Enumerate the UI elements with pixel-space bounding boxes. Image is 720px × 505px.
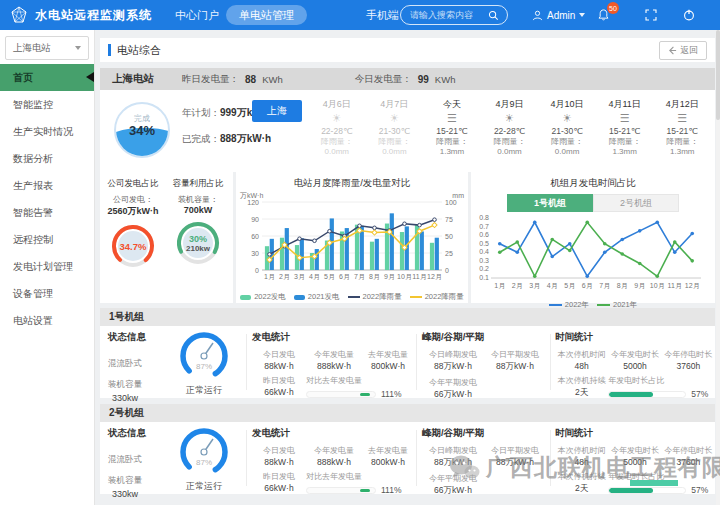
monthly-chart-panel: 电站月度降雨量/发电量对比 万kW·hmm0306090120025507510… (236, 172, 468, 303)
svg-text:8月: 8月 (369, 273, 380, 281)
svg-text:100: 100 (445, 199, 457, 206)
svg-text:60: 60 (251, 233, 259, 240)
tab-unit-2[interactable]: 2号机组 (593, 194, 679, 212)
svg-text:7月: 7月 (354, 273, 365, 281)
search-box[interactable] (400, 5, 508, 25)
svg-text:75: 75 (445, 216, 453, 223)
sidebar-item-label: 数据分析 (13, 152, 53, 166)
svg-text:11月: 11月 (412, 273, 426, 281)
sidebar-item-reports[interactable]: 生产报表 (0, 172, 94, 199)
svg-text:120: 120 (247, 199, 259, 206)
sidebar-item-label: 生产报表 (13, 179, 53, 193)
page-title: 电站综合 (117, 43, 161, 58)
svg-text:8月: 8月 (617, 282, 628, 290)
unit2-generation: 发电统计 今日发电88kW·h 今年发电量888kW·h 去年发电量800kW·… (252, 427, 414, 495)
notification-badge: 50 (607, 2, 619, 14)
user-menu[interactable]: Admin (532, 0, 585, 30)
app-title: 水电站远程监测系统 (35, 7, 152, 24)
fullscreen-icon (645, 9, 657, 21)
search-icon[interactable] (488, 10, 499, 21)
sidebar-item-home[interactable]: 首页 (0, 64, 94, 91)
sidebar-item-plan-management[interactable]: 发电计划管理 (0, 253, 94, 280)
legend-item[interactable]: 2022降雨量 (348, 292, 402, 302)
sun-icon: ☀ (505, 112, 515, 125)
yesterday-value: 88 (245, 74, 256, 85)
gauge-value: 34% (116, 123, 168, 138)
sidebar-item-analysis[interactable]: 数据分析 (0, 145, 94, 172)
station-select[interactable]: 上海电站 (5, 36, 89, 60)
svg-text:3月: 3月 (294, 273, 305, 281)
svg-text:1月: 1月 (264, 273, 275, 281)
overview-panel: 完成 34% 年计划：999万kW·h 已完成：888万kW·h 上海 4月6日… (100, 90, 715, 172)
notifications-button[interactable]: 50 (597, 0, 617, 30)
svg-text:4月: 4月 (547, 282, 558, 290)
logout-icon (683, 9, 695, 21)
unit2-time: 时间统计 本次停机时间48h 今年发电时长5000h 今年停电时长3760h 本… (555, 427, 715, 495)
app-logo-icon (10, 6, 28, 24)
svg-text:0.2: 0.2 (479, 265, 489, 272)
capacity-ratio: 容量利用占比 装机容量： 700kW 30% 210kw (167, 178, 229, 267)
sidebar-item-monitoring[interactable]: 智能监控 (0, 91, 94, 118)
back-label: 返回 (680, 44, 698, 57)
title-accent-bar (108, 44, 111, 56)
yesterday-label: 昨日发电量： (182, 73, 239, 86)
nav-center-portal[interactable]: 中心门户 (175, 0, 219, 30)
weather-day: 4月9日 ☀ 22-28℃ 降雨量：0.0mm (481, 96, 539, 168)
unit1-period: 峰期/谷期/平期 今日峰期发电88万kW·h 今日平期发电88万kW·h 今年平… (422, 331, 548, 401)
weather-day-today: 今天 ☰ 15-21℃ 降雨量：1.3mm (423, 96, 481, 168)
unit1-status: 状态信息 混流卧式 装机容量330kw (108, 331, 166, 403)
today-label: 今日发电量： (355, 73, 412, 86)
sidebar-item-settings[interactable]: 电站设置 (0, 307, 94, 334)
sidebar-item-equipment[interactable]: 设备管理 (0, 280, 94, 307)
unit-chart-title: 机组月发电时间占比 (471, 172, 715, 190)
tab-unit-1[interactable]: 1号机组 (507, 194, 593, 212)
back-button[interactable]: 返回 (659, 41, 707, 60)
haze-icon: ☰ (677, 112, 687, 125)
logout-button[interactable] (683, 0, 695, 30)
svg-text:30: 30 (251, 250, 259, 257)
svg-text:5月: 5月 (564, 282, 575, 290)
svg-text:2月: 2月 (512, 282, 523, 290)
sidebar: 上海电站 首页 智能监控 生产实时情况 数据分析 生产报表 智能告警 远程控制 … (0, 30, 95, 505)
legend-item[interactable]: 2021发电 (294, 292, 340, 302)
sidebar-item-label: 远程控制 (13, 233, 53, 247)
station-stats-bar: 上海电站 昨日发电量： 88 KWh 今日发电量： 99 KWh (100, 68, 715, 90)
user-name: Admin (547, 10, 575, 21)
svg-text:11月: 11月 (668, 282, 682, 290)
completion-liquid-gauge: 完成 34% (114, 102, 170, 158)
legend-item[interactable]: 2022发电 (240, 292, 286, 302)
chevron-down-icon (579, 13, 585, 17)
compare-progress (306, 391, 376, 398)
monthly-combo-chart: 万kW·hmm030609012002550751001月2月3月4月5月6月7… (236, 190, 468, 290)
svg-text:10月: 10月 (650, 282, 665, 290)
cursor-arrow (86, 72, 94, 82)
svg-text:12月: 12月 (685, 282, 700, 290)
sidebar-item-alerts[interactable]: 智能告警 (0, 199, 94, 226)
sun-icon: ☀ (562, 112, 572, 125)
nav-mobile-label[interactable]: 手机端 (366, 0, 399, 30)
svg-text:0.7: 0.7 (479, 223, 489, 230)
chevron-down-icon (75, 46, 81, 50)
company-ratio: 公司发电占比 公司发电： 2560万kW·h 34.7% (102, 178, 164, 270)
compare-progress (306, 487, 376, 494)
weather-day: 4月7日 ☀ 21-30℃ 降雨量：0.0mm (366, 96, 424, 168)
svg-text:0.4: 0.4 (479, 248, 489, 255)
weather-day: 4月11日 ☰ 15-21℃ 降雨量：1.3mm (596, 96, 654, 168)
sidebar-item-realtime[interactable]: 生产实时情况 (0, 118, 94, 145)
search-input[interactable] (410, 10, 488, 20)
legend-item[interactable]: 2022降雨量 (410, 292, 464, 302)
fullscreen-button[interactable] (645, 0, 657, 30)
unit1-header: 1号机组 (100, 308, 715, 326)
sidebar-item-label: 设备管理 (13, 287, 53, 301)
unit2-body: 状态信息 混流卧式 装机容量330kw 87% 正常运行 发电统计 今日发电88… (100, 422, 715, 494)
nav-single-station[interactable]: 单电站管理 (226, 5, 307, 25)
city-shanghai-button[interactable]: 上海 (252, 100, 302, 122)
sidebar-item-remote-control[interactable]: 远程控制 (0, 226, 94, 253)
svg-text:0.5: 0.5 (479, 240, 489, 247)
sidebar-item-label: 智能监控 (13, 98, 53, 112)
vertical-scrollbar[interactable] (716, 30, 720, 505)
svg-text:6月: 6月 (339, 273, 350, 281)
unit1-body: 状态信息 混流卧式 装机容量330kw 87% 正常运行 发电统计 今日发电88… (100, 326, 715, 398)
unit2-status: 状态信息 混流卧式 装机容量330kw (108, 427, 166, 499)
haze-icon: ☰ (447, 112, 457, 125)
